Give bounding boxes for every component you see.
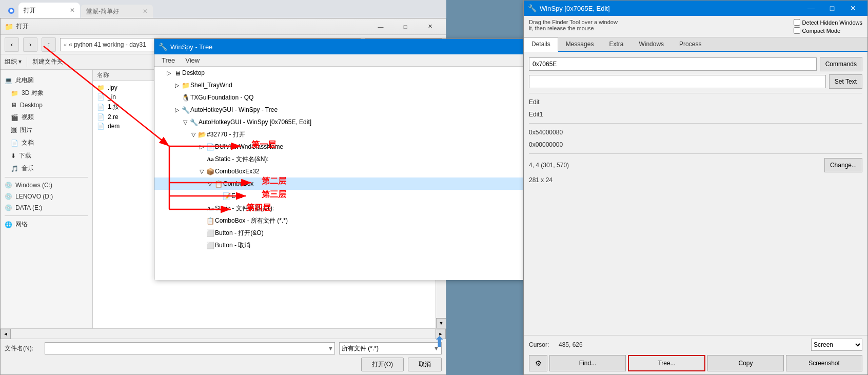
menu-tree[interactable]: Tree: [156, 55, 180, 65]
open-button[interactable]: 打开(O): [361, 358, 404, 371]
file-icon: 📁: [97, 84, 105, 91]
sidebar-item-pictures[interactable]: 🖼 图片: [1, 124, 92, 136]
tab-details[interactable]: Details: [524, 37, 558, 52]
filetype-arrow: ▼: [433, 345, 439, 351]
combobox2-icon: 📋: [206, 216, 215, 225]
commands-button[interactable]: Commands: [820, 57, 862, 71]
btn-open-icon: ⬜: [206, 228, 215, 238]
file-name-panel: 文件名(N): ▼ 所有文件 (*.*) ▼ 打开(O) 取消: [1, 339, 446, 374]
btn-cancel-icon: ⬜: [206, 241, 215, 250]
sidebar-item-lenovo-drive[interactable]: 💿 LENOVO (D:): [1, 191, 92, 202]
up-button[interactable]: ↑: [42, 37, 56, 52]
filetype-dropdown[interactable]: 所有文件 (*.*) ▼: [339, 342, 442, 354]
chrome-icon: [4, 4, 18, 18]
expand-icon[interactable]: ▷: [173, 81, 181, 89]
sidebar-item-network[interactable]: 🌐 网络: [1, 218, 92, 231]
tab1-label: 打开: [24, 6, 36, 15]
filename-input[interactable]: [45, 343, 334, 354]
sidebar-item-3d[interactable]: 📁 3D 对象: [1, 87, 92, 100]
compact-mode-checkbox[interactable]: [794, 27, 800, 34]
sidebar-item-video[interactable]: 🎬 视频: [1, 111, 92, 124]
dialog-icon: 📂: [198, 130, 207, 139]
tab2-close[interactable]: ✕: [143, 8, 148, 15]
sidebar-item-data-drive[interactable]: 💿 DATA (E:): [1, 202, 92, 213]
scroll-left-button[interactable]: ◄: [1, 329, 11, 339]
sidebar-item-docs[interactable]: 📄 文档: [1, 136, 92, 149]
winspy-footer: Cursor: 485, 626 Screen ⚙ Find... Tree..…: [524, 335, 867, 374]
minimize-button[interactable]: —: [369, 18, 392, 35]
gear-button[interactable]: ⚙: [529, 355, 547, 371]
expand-icon[interactable]: ▽: [181, 118, 189, 126]
tab1-close[interactable]: ✕: [70, 7, 75, 14]
detect-hidden-label[interactable]: Detect Hidden Windows: [794, 19, 862, 26]
winspy-maximize-btn[interactable]: □: [822, 1, 842, 16]
screenshot-button[interactable]: Screenshot: [786, 355, 862, 371]
chrome-tab-1[interactable]: 打开 ✕: [18, 3, 80, 18]
screen-dropdown[interactable]: Screen: [811, 339, 862, 351]
edit-icon: 📝: [222, 191, 231, 201]
horizontal-scroll: ◄ ►: [1, 328, 446, 339]
hwnd-field[interactable]: 0x7065E: [529, 57, 817, 71]
cancel-button[interactable]: 取消: [408, 358, 442, 371]
address-text: « python 41 working - day31: [69, 41, 146, 48]
expand-icon[interactable]: ▽: [206, 180, 214, 188]
comboboxex-icon: 📦: [206, 167, 215, 176]
winspy-edit-icon: 🔧: [189, 117, 199, 127]
set-text-button[interactable]: Set Text: [829, 74, 862, 89]
hwnd-value: 0x7065E: [532, 61, 557, 68]
filename-dropdown-arrow[interactable]: ▼: [328, 345, 333, 351]
new-folder-btn[interactable]: 新建文件夹: [32, 57, 63, 66]
sidebar-item-downloads[interactable]: ⬇ 下载: [1, 149, 92, 162]
back-button[interactable]: ‹: [5, 37, 19, 52]
sidebar-item-desktop[interactable]: 🖥 Desktop: [1, 100, 92, 111]
static-icon: Aa: [206, 154, 215, 164]
text-field[interactable]: [529, 75, 826, 88]
winspy-close-btn[interactable]: ✕: [843, 1, 863, 16]
expand-icon[interactable]: ▷: [198, 143, 206, 151]
winspy-minimize-btn[interactable]: —: [801, 1, 821, 16]
docs-icon: 📄: [11, 140, 18, 147]
organize-btn[interactable]: 组织 ▾: [5, 57, 22, 66]
expand-icon[interactable]: ▽: [198, 167, 206, 175]
sidebar-item-windows-drive[interactable]: 💿 Windows (C:): [1, 180, 92, 191]
tree-item-label: ComboBoxEx32: [215, 168, 260, 175]
scroll-right-button[interactable]: ►: [436, 329, 446, 339]
expand-icon[interactable]: ▽: [189, 130, 198, 139]
winspy-tree-title: WinSpy - Tree: [170, 43, 522, 51]
file-icon: 📄: [97, 104, 105, 111]
chrome-tab-2[interactable]: 堂派-简单好 ✕: [81, 5, 153, 18]
find-button[interactable]: Find...: [549, 355, 626, 371]
forward-button[interactable]: ›: [23, 37, 37, 52]
tab-extra[interactable]: Extra: [601, 37, 631, 51]
tab-process[interactable]: Process: [672, 37, 709, 51]
filename-input-container[interactable]: ▼: [45, 342, 335, 354]
sidebar-item-music[interactable]: 🎵 音乐: [1, 162, 92, 175]
detect-hidden-checkbox[interactable]: [794, 19, 800, 26]
winspy-header: Drag the Finder Tool over a window it, t…: [524, 16, 867, 37]
expand-icon[interactable]: ▷: [173, 106, 181, 114]
expand-icon[interactable]: ▷: [165, 69, 173, 77]
filename-label: 文件名(N):: [5, 344, 41, 353]
tab-messages[interactable]: Messages: [558, 37, 602, 51]
change-button[interactable]: Change...: [824, 158, 862, 172]
winspy-icon: 🔧: [528, 4, 537, 12]
network-icon: 🌐: [5, 221, 12, 228]
tree-item-label: Static - 文件名(&N):: [215, 155, 269, 164]
maximize-button[interactable]: □: [393, 18, 417, 35]
compact-mode-label[interactable]: Compact Mode: [794, 27, 862, 34]
copy-button[interactable]: Copy: [707, 355, 784, 371]
file-icon: 📄: [97, 123, 105, 130]
scroll-down-button[interactable]: ▼: [436, 318, 446, 328]
header-line2: it, then release the mouse: [529, 25, 618, 31]
winspy-details-title: WinSpy [0x7065E, Edit]: [540, 5, 798, 12]
menu-view[interactable]: View: [180, 55, 205, 65]
tab-windows[interactable]: Windows: [631, 37, 672, 51]
sidebar-item-computer[interactable]: 💻 此电脑: [1, 74, 92, 87]
tree-item-label: Desktop: [182, 69, 205, 76]
file-explorer-sidebar: 💻 此电脑 📁 3D 对象 🖥 Desktop 🎬 视频 🖼 图片 📄: [1, 70, 93, 328]
cursor-label: Cursor:: [529, 341, 555, 348]
tree-item-label: #32770 - 打开: [207, 130, 245, 139]
tree-button[interactable]: Tree...: [628, 355, 705, 371]
class2-value: Edit1: [529, 110, 862, 119]
close-button[interactable]: ✕: [418, 18, 442, 35]
